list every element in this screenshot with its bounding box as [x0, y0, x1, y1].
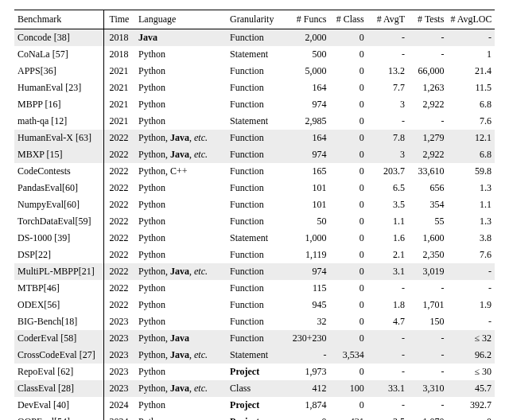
cell-language: Python [135, 46, 227, 63]
cell-tests: 2,922 [408, 96, 447, 113]
table-row: CoderEval [58]2023Python, JavaFunction23… [14, 330, 495, 347]
cell-language: Python [135, 80, 227, 96]
cell-avgt: 3 [367, 96, 408, 113]
cell-class: 0 [329, 130, 367, 146]
table-row: MBXP [15]2022Python, Java, etc.Function9… [14, 146, 495, 163]
cell-avgt: 203.7 [367, 163, 408, 180]
col-avgloc: # AvgLOC [447, 10, 495, 29]
cell-funcs: 500 [284, 46, 330, 63]
cell-granularity: Project [227, 397, 284, 414]
table-row: math-qa [12]2021PythonStatement2,9850--7… [14, 113, 495, 130]
cell-tests: - [408, 280, 447, 297]
cell-avgloc: 7.6 [447, 113, 495, 130]
cell-language: Python, Java, etc. [135, 146, 227, 163]
cell-time: 2024 [104, 414, 135, 420]
cell-benchmark: MBXP [15] [14, 146, 104, 163]
cell-language: Python [135, 230, 227, 247]
cell-benchmark: Concode [38] [14, 29, 104, 47]
table-row: CodeContests2022Python, C++Function16502… [14, 163, 495, 180]
cell-avgt: 1.8 [367, 297, 408, 313]
cell-class: 0 [329, 113, 367, 130]
cell-granularity: Function [227, 247, 284, 263]
col-granularity: Granularity [227, 10, 284, 29]
cell-time: 2018 [104, 46, 135, 63]
cell-avgt: - [367, 397, 408, 414]
cell-avgt: - [367, 113, 408, 130]
cell-class: 0 [329, 180, 367, 196]
cell-time: 2022 [104, 263, 135, 280]
cell-time: 2022 [104, 130, 135, 146]
cell-class: 0 [329, 247, 367, 263]
cell-funcs: 945 [284, 297, 330, 313]
cell-time: 2022 [104, 146, 135, 163]
cell-tests: 1,701 [408, 297, 447, 313]
cell-language: Python [135, 63, 227, 80]
table-row: Concode [38]2018JavaFunction2,0000--- [14, 29, 495, 47]
cell-funcs: 164 [284, 130, 330, 146]
cell-avgt: 7.8 [367, 130, 408, 146]
cell-benchmark: BIG-Bench[18] [14, 313, 104, 330]
cell-avgt: 1.1 [367, 213, 408, 230]
cell-funcs: 974 [284, 146, 330, 163]
cell-class: 0 [329, 230, 367, 247]
col-funcs: # Funcs [284, 10, 330, 29]
cell-benchmark: CoderEval [58] [14, 330, 104, 347]
table-row: TorchDataEval[59]2022PythonFunction5001.… [14, 213, 495, 230]
cell-avgloc: - [447, 29, 495, 47]
cell-funcs: 230+230 [284, 330, 330, 347]
cell-tests: - [408, 364, 447, 380]
cell-funcs: - [284, 347, 330, 364]
cell-granularity: Project [227, 364, 284, 380]
cell-class: 0 [329, 80, 367, 96]
cell-avgt: - [367, 364, 408, 380]
table-row: MBPP [16]2021PythonFunction974032,9226.8 [14, 96, 495, 113]
cell-benchmark: math-qa [12] [14, 113, 104, 130]
cell-class: 0 [329, 397, 367, 414]
cell-tests: 1,070 [408, 414, 447, 420]
cell-tests: 66,000 [408, 63, 447, 80]
cell-granularity: Project [227, 414, 284, 420]
cell-benchmark: CodeContests [14, 163, 104, 180]
cell-tests: 354 [408, 196, 447, 213]
cell-language: Java [135, 29, 227, 47]
cell-granularity: Function [227, 297, 284, 313]
table-row: NumpyEval[60]2022PythonFunction10103.535… [14, 196, 495, 213]
cell-tests: - [408, 46, 447, 63]
cell-benchmark: DS-1000 [39] [14, 230, 104, 247]
cell-avgloc: - [447, 263, 495, 280]
cell-avgloc: 7.6 [447, 247, 495, 263]
cell-language: Python [135, 364, 227, 380]
table-row: PandasEval[60]2022PythonFunction10106.56… [14, 180, 495, 196]
cell-time: 2023 [104, 313, 135, 330]
cell-avgt: 13.2 [367, 63, 408, 80]
cell-tests: 3,310 [408, 380, 447, 397]
cell-avgloc: 0 [447, 414, 495, 420]
cell-class: 0 [329, 297, 367, 313]
cell-tests: 656 [408, 180, 447, 196]
cell-tests: - [408, 330, 447, 347]
cell-benchmark: RepoEval [62] [14, 364, 104, 380]
col-class: # Class [329, 10, 367, 29]
cell-tests: 1,263 [408, 80, 447, 96]
benchmark-table: Benchmark Time Language Granularity # Fu… [14, 10, 495, 420]
cell-avgloc: 1.3 [447, 213, 495, 230]
cell-tests: 150 [408, 313, 447, 330]
cell-benchmark: NumpyEval[60] [14, 196, 104, 213]
cell-avgloc: 1.3 [447, 180, 495, 196]
cell-benchmark: MBPP [16] [14, 96, 104, 113]
cell-funcs: 1,973 [284, 364, 330, 380]
cell-funcs: 32 [284, 313, 330, 330]
cell-language: Python [135, 113, 227, 130]
cell-class: 0 [329, 63, 367, 80]
table-row: ClassEval [28]2023Python, Java, etc.Clas… [14, 380, 495, 397]
cell-avgt: - [367, 280, 408, 297]
cell-time: 2021 [104, 63, 135, 80]
cell-avgt: - [367, 46, 408, 63]
cell-class: 0 [329, 163, 367, 180]
cell-tests: - [408, 113, 447, 130]
cell-funcs: 101 [284, 196, 330, 213]
table-row: RepoEval [62]2023PythonProject1,9730--≤ … [14, 364, 495, 380]
cell-granularity: Function [227, 196, 284, 213]
cell-class: 431 [329, 414, 367, 420]
cell-time: 2021 [104, 80, 135, 96]
